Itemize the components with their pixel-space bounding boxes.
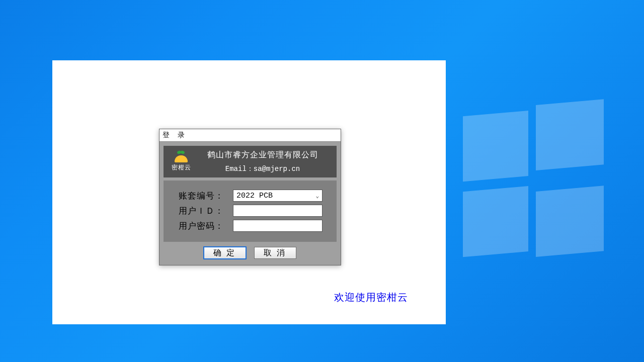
logo-block: 密柑云 xyxy=(169,151,194,172)
header-text: 鹤山市睿方企业管理有限公司 Email：sa@mjerp.cn xyxy=(194,150,332,173)
windows-logo-watermark xyxy=(463,111,604,251)
email-line: Email：sa@mjerp.cn xyxy=(194,164,332,173)
desktop-background: 登 录 密柑云 鹤山市睿方企业管理有限公司 Email：sa@mjerp.cn xyxy=(0,0,644,362)
password-row: 用户密码： xyxy=(179,220,328,232)
password-label: 用户密码： xyxy=(179,220,233,232)
form-block: 账套编号： 2022 PCB ⌄ 用户ＩＤ： 用户密码： xyxy=(164,180,337,242)
dialog-header-band: 密柑云 鹤山市睿方企业管理有限公司 Email：sa@mjerp.cn xyxy=(164,146,337,177)
welcome-text: 欢迎使用密柑云 xyxy=(334,291,408,304)
userid-row: 用户ＩＤ： xyxy=(179,205,328,217)
chevron-down-icon: ⌄ xyxy=(315,193,319,199)
company-name: 鹤山市睿方企业管理有限公司 xyxy=(194,150,332,160)
cancel-button[interactable]: 取消 xyxy=(254,247,296,259)
account-select[interactable]: 2022 PCB ⌄ xyxy=(233,190,323,202)
tangerine-cloud-icon xyxy=(174,151,188,162)
dialog-title: 登 录 xyxy=(159,129,341,142)
userid-label: 用户ＩＤ： xyxy=(179,205,233,217)
app-window: 登 录 密柑云 鹤山市睿方企业管理有限公司 Email：sa@mjerp.cn xyxy=(52,60,446,324)
ok-button[interactable]: 确定 xyxy=(204,247,246,259)
logo-label: 密柑云 xyxy=(169,163,194,172)
userid-input[interactable] xyxy=(233,205,323,217)
button-row: 确定 取消 xyxy=(164,242,337,261)
login-dialog: 登 录 密柑云 鹤山市睿方企业管理有限公司 Email：sa@mjerp.cn xyxy=(159,129,341,265)
account-select-value: 2022 PCB xyxy=(236,192,273,200)
account-label: 账套编号： xyxy=(179,190,233,202)
dialog-body: 密柑云 鹤山市睿方企业管理有限公司 Email：sa@mjerp.cn 账套编号… xyxy=(159,142,341,265)
account-row: 账套编号： 2022 PCB ⌄ xyxy=(179,190,328,202)
password-input[interactable] xyxy=(233,220,323,232)
